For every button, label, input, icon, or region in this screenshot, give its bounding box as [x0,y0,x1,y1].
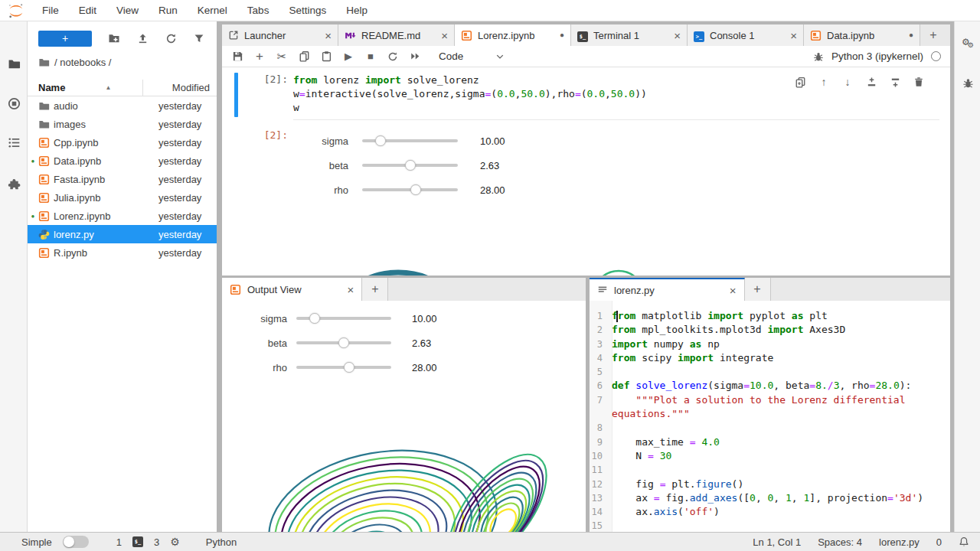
tab-output-view[interactable]: Output View × [222,278,362,301]
line-source: fig = plt.figure() [608,478,743,491]
file-row[interactable]: lorenz.pyyesterday [28,225,217,243]
slider-track[interactable] [296,317,391,320]
slider-track[interactable] [296,341,391,344]
slider-track[interactable] [296,366,391,369]
new-folder-icon[interactable] [108,32,120,44]
menu-item-edit[interactable]: Edit [69,0,106,21]
save-icon[interactable] [228,47,247,66]
copy-cells-icon[interactable] [295,47,313,66]
slider-track[interactable] [362,164,458,167]
new-tab-icon[interactable]: + [745,278,771,301]
insert-cell-above-icon[interactable] [863,73,880,90]
table-of-contents-icon[interactable] [0,129,28,155]
slider-track[interactable] [362,188,458,191]
menu-item-settings[interactable]: Settings [279,0,336,21]
line-col-indicator[interactable]: Ln 1, Col 1 [753,536,801,548]
slider-handle[interactable] [405,160,416,171]
close-icon[interactable]: × [441,30,448,41]
move-cell-up-icon[interactable]: ↑ [815,73,832,90]
notebook-icon [38,210,54,222]
editor-line: 15 [590,519,950,532]
file-row[interactable]: Cpp.ipynbyesterday [28,133,217,152]
slider-handle[interactable] [338,337,349,348]
new-launcher-button[interactable]: + [38,31,92,47]
code-editor[interactable]: 1from matplotlib import pyplot as plt2fr… [590,301,950,532]
close-icon[interactable]: × [348,283,354,296]
close-icon[interactable]: × [730,284,737,297]
cell-type-dropdown[interactable]: Code [439,51,505,62]
cut-cells-icon[interactable]: ✂ [273,47,291,66]
language-mode[interactable]: Python [206,536,237,548]
menu-item-kernel[interactable]: Kernel [188,0,237,21]
slider-handle[interactable] [344,362,354,373]
new-tab-icon[interactable]: + [362,278,388,301]
new-tab-icon[interactable]: + [920,24,946,46]
restart-kernel-icon[interactable] [384,47,402,66]
close-icon[interactable]: × [325,30,332,41]
filter-icon[interactable] [193,32,205,44]
bell-icon[interactable] [959,536,969,547]
kernel-name[interactable]: Python 3 (ipykernel) [831,51,923,62]
dock-tab-console-1[interactable]: >_Console 1× [688,24,804,46]
insert-cell-below-icon[interactable] [887,73,903,90]
file-row[interactable]: audioyesterday [28,96,217,115]
slider-handle[interactable] [410,184,421,195]
add-cell-icon[interactable]: + [250,47,269,66]
file-row[interactable]: ●Lorenz.ipynbyesterday [28,207,217,225]
file-row[interactable]: R.ipynbyesterday [28,243,217,262]
slider-track[interactable] [362,139,458,142]
slider-readout: 2.63 [412,337,431,349]
menu-item-help[interactable]: Help [336,0,377,21]
dock-tab-lorenz-ipynb[interactable]: Lorenz.ipynb● [455,24,571,46]
upload-icon[interactable] [136,32,149,44]
menu-item-file[interactable]: File [32,0,69,21]
launcher-icon [228,30,239,41]
delete-cell-icon[interactable] [910,73,927,90]
debugger-sidebar-icon[interactable] [955,71,980,94]
line-source [608,519,618,532]
spaces-indicator[interactable]: Spaces: 4 [818,536,862,548]
slider-handle[interactable] [375,135,386,146]
line-number: 5 [590,365,608,379]
close-icon[interactable]: × [674,30,681,41]
tab-lorenz-py[interactable]: lorenz.py × [590,278,745,301]
file-row[interactable]: Julia.ipynbyesterday [28,188,217,207]
menu-item-view[interactable]: View [106,0,149,21]
stop-kernel-icon[interactable]: ■ [361,47,380,66]
move-cell-down-icon[interactable]: ↓ [839,73,856,90]
running-sessions-icon[interactable] [0,90,28,116]
slider-readout: 10.00 [412,313,437,324]
dock-tab-data-ipynb[interactable]: Data.ipynb● [804,24,920,46]
menu-item-run[interactable]: Run [149,0,188,21]
file-name: audio [54,100,158,112]
file-row[interactable]: ●Data.ipynbyesterday [28,152,217,170]
file-row[interactable]: Fasta.ipynbyesterday [28,170,217,188]
restart-run-all-icon[interactable] [406,47,424,66]
breadcrumb[interactable]: / notebooks / [38,57,111,68]
notebook-content[interactable]: [2]: from lorenz import solve_lorenzw=in… [222,67,950,276]
dock-tab-readme-md[interactable]: README.md× [338,24,455,46]
file-row[interactable]: imagesyesterday [28,115,217,133]
notification-count[interactable]: 0 [936,536,942,548]
column-modified[interactable]: Modified [142,80,210,96]
run-cell-icon[interactable]: ▶ [339,47,358,66]
duplicate-cell-icon[interactable] [792,73,808,90]
slider-row: sigma10.00 [222,129,505,153]
property-inspector-icon[interactable]: ⚙⚙ [955,31,980,54]
debugger-bug-icon[interactable] [813,51,824,62]
menu-item-tabs[interactable]: Tabs [237,0,279,21]
paste-cells-icon[interactable] [317,47,335,66]
dock-tab-terminal-1[interactable]: $_Terminal 1× [571,24,688,46]
slider-handle[interactable] [309,313,320,324]
kernel-count[interactable]: 3 [154,536,159,548]
dock-tab-launcher[interactable]: Launcher× [222,24,338,46]
simple-mode-toggle[interactable] [63,536,89,548]
kernel-status-icon[interactable] [931,51,941,61]
extension-manager-icon[interactable] [0,171,28,197]
close-icon[interactable]: × [790,30,797,41]
column-name[interactable]: Name ▲ [38,82,111,93]
refresh-icon[interactable] [165,32,177,44]
cell-type-value: Code [439,51,463,62]
terminal-count[interactable]: 1 [116,536,122,548]
file-browser-icon[interactable] [0,51,28,77]
